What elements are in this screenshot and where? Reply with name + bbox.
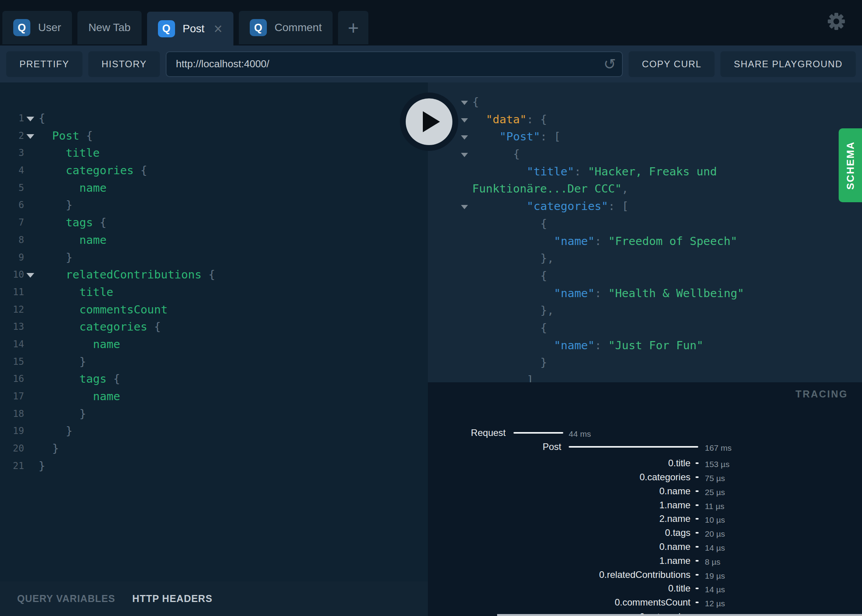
code-token: tags <box>79 372 107 385</box>
tab-post[interactable]: QPost× <box>147 12 233 46</box>
code-token: categories <box>79 320 147 333</box>
tracing-panel: TRACING Request44 msPost167 ms0.title153… <box>428 382 862 616</box>
line-number: 9 <box>0 249 24 266</box>
fold-arrow-icon[interactable] <box>461 153 468 157</box>
tab-new-tab[interactable]: New Tab <box>77 11 141 44</box>
response-line-code: "name": "Health & Wellbeing" <box>554 285 744 302</box>
response-line-code: "categories": [ <box>527 198 629 215</box>
line-number: 21 <box>0 457 24 475</box>
tracing-duration-bar <box>696 588 699 589</box>
tracing-row-label: 0.name <box>659 542 690 551</box>
response-line-code: { <box>472 93 479 111</box>
fold-arrow-icon[interactable] <box>26 117 34 121</box>
share-playground-button[interactable]: SHARE PLAYGROUND <box>720 51 856 77</box>
tracing-row-time: 14 µs <box>705 544 725 552</box>
query-variables-tab[interactable]: QUERY VARIABLES <box>17 593 115 604</box>
code-token: categories <box>66 164 134 177</box>
code-token: "data" <box>486 113 527 126</box>
query-line-code: } <box>79 353 86 371</box>
fold-arrow-icon[interactable] <box>461 205 468 209</box>
query-line-code: { <box>39 110 45 127</box>
query-line-code: categories { <box>66 162 147 179</box>
tracing-row-label: 0.name <box>659 486 690 496</box>
tracing-row-label: 1.name <box>659 556 690 565</box>
code-token: { <box>540 321 547 334</box>
response-line: } <box>428 354 862 371</box>
response-line-code: "name": "Freedom of Speech" <box>554 233 737 250</box>
response-line: }, <box>428 302 862 319</box>
query-badge: Q <box>250 19 267 36</box>
fold-arrow-icon[interactable] <box>26 134 34 139</box>
code-token: } <box>540 356 547 369</box>
code-token: title <box>79 285 113 299</box>
line-number: 5 <box>0 179 24 197</box>
tab-user[interactable]: QUser <box>2 11 72 44</box>
query-line: 21} <box>0 457 428 475</box>
line-number: 6 <box>0 196 24 214</box>
tracing-row-time: 167 ms <box>705 444 732 452</box>
line-number: 20 <box>0 440 24 457</box>
response-line: "name": "Just For Fun" <box>428 337 862 354</box>
query-line: 19} <box>0 422 428 440</box>
settings-button[interactable] <box>825 11 847 33</box>
tracing-row-time: 10 µs <box>705 516 725 524</box>
reload-icon[interactable]: ↺ <box>603 57 616 72</box>
new-tab-button[interactable]: + <box>338 11 368 44</box>
fold-arrow-icon[interactable] <box>461 101 468 105</box>
schema-tab-button[interactable]: SCHEMA <box>839 128 862 202</box>
query-badge: Q <box>158 20 175 37</box>
copy-curl-button[interactable]: COPY CURL <box>629 51 715 77</box>
line-number: 3 <box>0 144 24 162</box>
query-line-code: Post { <box>52 127 93 145</box>
code-token: : <box>595 234 608 248</box>
code-token: }, <box>540 304 554 317</box>
code-token: tags <box>66 216 93 229</box>
query-line: 4categories { <box>0 162 428 179</box>
endpoint-url-input[interactable]: http://localhost:4000/ ↺ <box>166 51 623 77</box>
code-token: } <box>66 198 72 212</box>
line-number: 1 <box>0 110 24 127</box>
response-line: "name": "Health & Wellbeing" <box>428 285 862 302</box>
close-tab-icon[interactable]: × <box>214 21 223 36</box>
code-token: { <box>134 164 147 177</box>
tracing-duration-bar <box>696 546 699 548</box>
tracing-row-label: 0.commentsCount <box>615 598 690 607</box>
query-line-code: name <box>93 336 120 353</box>
query-line: 10relatedContributions { <box>0 266 428 284</box>
tracing-scrollbar[interactable] <box>497 614 862 616</box>
http-headers-tab[interactable]: HTTP HEADERS <box>132 593 212 604</box>
tab-comment[interactable]: QComment <box>239 11 333 44</box>
query-line-code: name <box>79 231 107 249</box>
query-editor[interactable]: 1{2Post {3title4categories {5name6}7tags… <box>0 82 428 581</box>
code-token: "name" <box>554 234 595 248</box>
fold-arrow-icon[interactable] <box>461 135 468 140</box>
prettify-button[interactable]: PRETTIFY <box>6 51 82 77</box>
tracing-row-label: 1.name <box>659 500 690 510</box>
tracing-row-time: 20 µs <box>705 530 725 538</box>
code-token: { <box>472 95 479 108</box>
execute-button[interactable] <box>400 93 458 151</box>
response-line-code: { <box>513 145 520 163</box>
code-token: { <box>107 372 120 385</box>
query-line: 16tags { <box>0 370 428 388</box>
history-button[interactable]: HISTORY <box>88 51 160 77</box>
tab-label: New Tab <box>88 21 130 34</box>
query-line-code: name <box>93 388 120 405</box>
response-line: { <box>428 319 862 337</box>
query-line: 7tags { <box>0 214 428 231</box>
code-token: "Freedom of Speech" <box>608 234 738 248</box>
fold-arrow-icon[interactable] <box>461 118 468 122</box>
code-token: { <box>147 320 161 333</box>
main-area: 1{2Post {3title4categories {5name6}7tags… <box>0 82 862 616</box>
query-line-code: commentsCount <box>79 301 168 318</box>
code-token: name <box>79 181 107 194</box>
gear-icon <box>826 11 847 32</box>
code-token: "Just For Fun" <box>608 339 703 352</box>
query-line-code: tags { <box>79 370 120 388</box>
fold-arrow-icon[interactable] <box>26 273 34 278</box>
code-token: } <box>66 424 72 438</box>
tracing-row-time: 25 µs <box>705 488 725 496</box>
response-line-code: Funktionäre...Der CCC", <box>472 180 629 198</box>
query-lines: 1{2Post {3title4categories {5name6}7tags… <box>0 110 428 474</box>
code-token: name <box>93 390 120 403</box>
